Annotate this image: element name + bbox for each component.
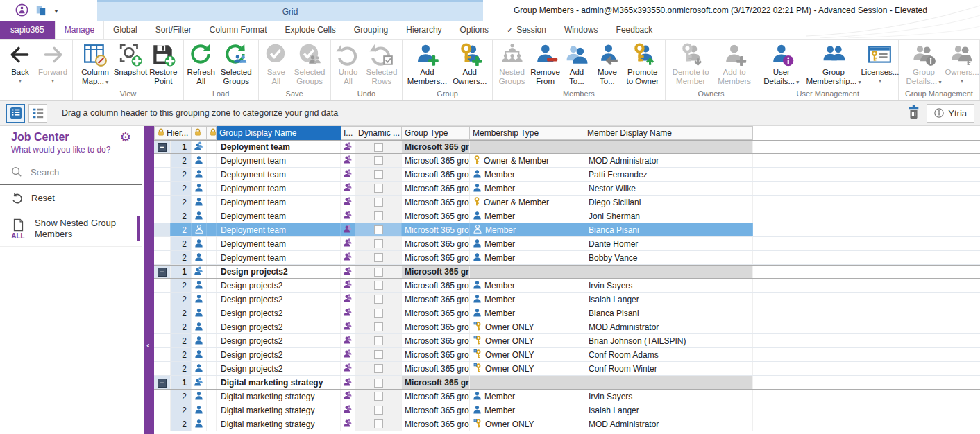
column-map-button[interactable]: Column Map... ▾ <box>75 40 115 87</box>
collapse-group-button[interactable]: − <box>158 379 167 388</box>
selected-groups-button[interactable]: Selected Groups <box>217 40 256 86</box>
column-header-group-display-name[interactable]: Group Display Name <box>217 126 341 140</box>
column-header-lock1[interactable] <box>192 126 207 140</box>
table-row[interactable]: 2Digital marketing strategyMicrosoft 365… <box>154 390 980 403</box>
dynamic-checkbox[interactable] <box>374 268 383 277</box>
refresh-all-button[interactable]: Refresh All <box>186 40 217 86</box>
table-row[interactable]: 2Deployment teamMicrosoft 365 groupMembe… <box>154 223 980 237</box>
table-row[interactable]: 2Design projects2Microsoft 365 groupOwne… <box>154 362 980 376</box>
member-display-name-cell: Diego Siciliani <box>584 196 753 209</box>
grouped-view-toggle[interactable] <box>6 104 25 123</box>
column-header-group-type[interactable]: Group Type <box>402 126 470 140</box>
collapse-group-button[interactable]: − <box>158 268 167 277</box>
panel-collapse-strip[interactable]: ‹ <box>144 126 154 434</box>
tab-column-format[interactable]: Column Format <box>201 21 276 39</box>
search-input[interactable]: Search <box>0 159 142 185</box>
table-row[interactable]: 2Design projects2Microsoft 365 groupOwne… <box>154 320 980 334</box>
table-row[interactable]: 2Design projects2Microsoft 365 groupMemb… <box>154 293 980 306</box>
column-header-dynamic[interactable]: Dynamic ... <box>355 126 402 140</box>
dynamic-checkbox[interactable] <box>374 198 383 207</box>
add-owners-button[interactable]: Add Owners... <box>450 40 490 86</box>
collapse-group-button[interactable]: − <box>158 143 167 152</box>
dynamic-checkbox[interactable] <box>374 336 383 345</box>
tab-sort-filter[interactable]: Sort/Filter <box>146 21 201 39</box>
dynamic-checkbox[interactable] <box>374 239 383 248</box>
dynamic-checkbox[interactable] <box>374 143 383 152</box>
table-row[interactable]: 2Deployment teamMicrosoft 365 groupMembe… <box>154 182 980 196</box>
tab-session[interactable]: ✓Session <box>498 21 555 39</box>
new-window-icon[interactable] <box>35 5 47 18</box>
dynamic-checkbox[interactable] <box>374 364 383 373</box>
dynamic-checkbox[interactable] <box>374 322 383 331</box>
dynamic-checkbox[interactable] <box>374 295 383 304</box>
tab-global[interactable]: Global <box>104 21 146 39</box>
person-icon <box>194 280 203 291</box>
table-row[interactable]: 2Deployment teamMicrosoft 365 groupMembe… <box>154 251 980 265</box>
dynamic-checkbox[interactable] <box>374 281 383 290</box>
job-item-show-nested-group-members[interactable]: ALL Show Nested Group Members <box>0 211 142 247</box>
column-header-member-display-name[interactable]: Member Display Name <box>584 126 753 140</box>
tab-sapio365[interactable]: sapio365 <box>0 21 55 39</box>
table-row[interactable]: 2Deployment teamMicrosoft 365 groupMembe… <box>154 168 980 182</box>
add-members-button[interactable]: Add Members... <box>405 40 449 86</box>
table-row[interactable]: 2Deployment teamMicrosoft 365 groupOwner… <box>154 154 980 168</box>
reset-button[interactable]: Reset <box>0 185 142 211</box>
job-center-subtitle: What would you like to do? <box>11 145 131 155</box>
table-row[interactable]: 2Digital marketing strategyMicrosoft 365… <box>154 417 980 431</box>
table-row[interactable]: 2Deployment teamMicrosoft 365 groupMembe… <box>154 237 980 251</box>
group-display-name-cell: Deployment team <box>217 196 341 209</box>
table-row[interactable]: 2Design projects2Microsoft 365 groupMemb… <box>154 306 980 320</box>
dynamic-checkbox[interactable] <box>374 392 383 401</box>
column-header-hier[interactable]: Hier... <box>154 126 192 140</box>
tab-windows[interactable]: Windows <box>555 21 607 39</box>
dynamic-checkbox[interactable] <box>374 379 383 388</box>
back-button[interactable]: Back▾ <box>5 40 35 84</box>
dynamic-checkbox[interactable] <box>374 253 383 262</box>
dynamic-checkbox[interactable] <box>374 211 383 220</box>
column-header-membership-type[interactable]: Membership Type <box>470 126 584 140</box>
add-to-button[interactable]: Add To... <box>561 40 592 86</box>
group-header-row[interactable]: −1Digital marketing strategyMicrosoft 36… <box>154 376 980 390</box>
dynamic-checkbox[interactable] <box>374 419 383 428</box>
column-header-lock2[interactable] <box>207 126 217 140</box>
dynamic-membership-cell <box>355 209 402 223</box>
tab-grouping[interactable]: Grouping <box>345 21 397 39</box>
tab-explode-cells[interactable]: Explode Cells <box>276 21 344 39</box>
dynamic-checkbox[interactable] <box>374 225 383 234</box>
dynamic-checkbox[interactable] <box>374 156 383 165</box>
snapshot-button[interactable]: Snapshot <box>115 40 146 77</box>
tab-hierarchy[interactable]: Hierarchy <box>397 21 450 39</box>
tab-manage[interactable]: Manage <box>55 21 104 39</box>
dynamic-membership-cell <box>355 348 402 361</box>
group-header-row[interactable]: −1Deployment teamMicrosoft 365 group <box>154 140 980 154</box>
column-header-i[interactable]: I... <box>341 126 355 140</box>
tab-options[interactable]: Options <box>451 21 498 39</box>
restore-point-icon <box>151 42 176 68</box>
tab-feedback[interactable]: Feedback <box>607 21 662 39</box>
gear-icon[interactable]: ⚙ <box>120 131 131 144</box>
dynamic-checkbox[interactable] <box>374 170 383 179</box>
table-row[interactable]: 2Digital marketing strategyMicrosoft 365… <box>154 403 980 417</box>
table-row[interactable]: 2Design projects2Microsoft 365 groupMemb… <box>154 279 980 293</box>
move-to-button[interactable]: Move To... <box>592 40 623 86</box>
customize-toolbar-dropdown-icon[interactable]: ▼ <box>53 8 59 15</box>
restore-point-button[interactable]: Restore Point <box>146 40 181 86</box>
group-membership-button[interactable]: Group Membership... ▾ <box>803 40 864 87</box>
member-icon <box>473 252 482 263</box>
dynamic-checkbox[interactable] <box>374 406 383 415</box>
remove-from-button[interactable]: Remove From <box>529 40 561 86</box>
dynamic-checkbox[interactable] <box>374 184 383 193</box>
flat-view-toggle[interactable] <box>28 104 47 123</box>
group-header-row[interactable]: −1Design projects2Microsoft 365 group <box>154 265 980 279</box>
table-row[interactable]: 2Design projects2Microsoft 365 groupOwne… <box>154 334 980 348</box>
user-details-button[interactable]: User Details... ▾ <box>759 40 803 87</box>
table-row[interactable]: 2Deployment teamMicrosoft 365 groupOwner… <box>154 196 980 209</box>
table-row[interactable]: 2Deployment teamMicrosoft 365 groupMembe… <box>154 209 980 223</box>
ytria-info-button[interactable]: Ytria <box>927 104 974 123</box>
promote-to-owner-button[interactable]: Promote to Owner <box>623 40 663 86</box>
licenses-button[interactable]: Licenses...▾ <box>864 40 896 84</box>
dynamic-checkbox[interactable] <box>374 350 383 359</box>
trash-icon[interactable] <box>906 105 921 122</box>
table-row[interactable]: 2Design projects2Microsoft 365 groupOwne… <box>154 348 980 362</box>
dynamic-checkbox[interactable] <box>374 309 383 318</box>
